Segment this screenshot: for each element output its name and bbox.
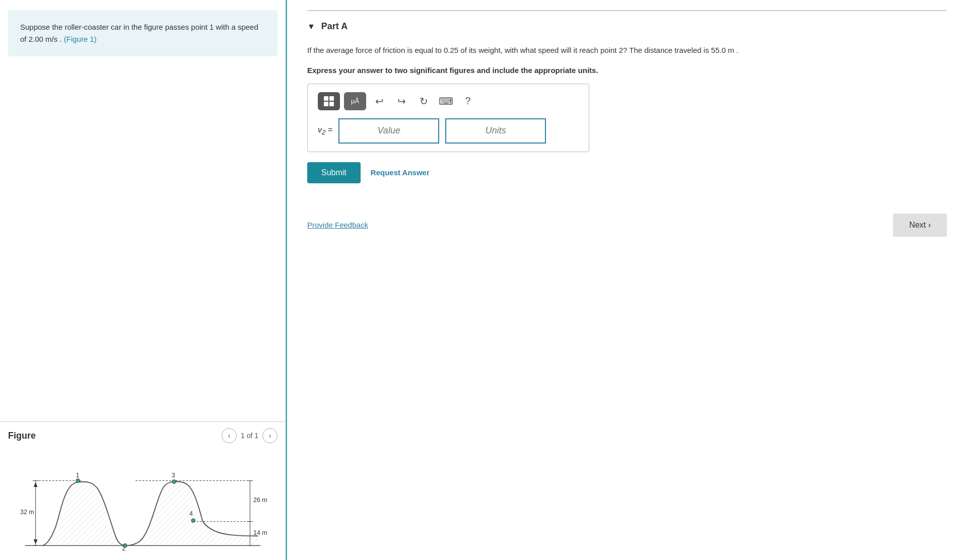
help-button[interactable]: ? (459, 92, 477, 110)
svg-text:1: 1 (76, 472, 80, 479)
question-instruction: Express your answer to two significant f… (307, 66, 947, 75)
undo-button[interactable]: ↩ (370, 92, 388, 110)
collapse-arrow-icon[interactable]: ▼ (307, 22, 315, 31)
figure-prev-button[interactable]: ‹ (222, 428, 237, 443)
figure-title: Figure (8, 431, 36, 441)
input-row: v2 = (318, 118, 579, 144)
top-divider (307, 10, 947, 11)
mu-angstrom-label: μÅ (351, 97, 359, 105)
variable-label: v2 = (318, 125, 332, 136)
svg-text:32 m: 32 m (20, 509, 34, 516)
grid-icon (324, 96, 334, 106)
next-button[interactable]: Next › (893, 214, 947, 237)
problem-statement-text: Suppose the roller-coaster car in the fi… (20, 23, 258, 43)
action-row: Submit Request Answer (307, 162, 947, 183)
refresh-icon: ↻ (420, 95, 428, 107)
right-panel: ▼ Part A If the average force of frictio… (287, 0, 967, 560)
svg-point-20 (123, 544, 127, 548)
help-icon: ? (465, 95, 470, 107)
svg-point-24 (191, 519, 195, 523)
svg-text:4: 4 (189, 510, 193, 517)
grid-matrix-button[interactable] (318, 92, 340, 110)
figure-count: 1 of 1 (241, 432, 258, 440)
svg-text:26 m: 26 m (253, 497, 267, 504)
toolbar: μÅ ↩ ↪ ↻ ⌨ ? (318, 92, 579, 110)
svg-text:3: 3 (172, 472, 175, 479)
svg-text:14 m: 14 m (253, 529, 267, 536)
figure-link[interactable]: (Figure 1) (64, 35, 97, 43)
figure-next-button[interactable]: › (262, 428, 278, 443)
keyboard-button[interactable]: ⌨ (437, 92, 455, 110)
part-label: Part A (321, 21, 348, 32)
figure-section: Figure ‹ 1 of 1 › 32 m (0, 422, 286, 560)
bottom-row: Provide Feedback Next › (307, 214, 947, 237)
keyboard-icon: ⌨ (439, 95, 453, 107)
problem-statement-box: Suppose the roller-coaster car in the fi… (8, 10, 278, 56)
left-panel: Suppose the roller-coaster car in the fi… (0, 0, 287, 560)
request-answer-link[interactable]: Request Answer (371, 168, 430, 177)
units-input[interactable] (445, 118, 546, 144)
figure-image-area: 32 m 26 m 14 m (0, 449, 286, 560)
svg-point-22 (172, 480, 176, 484)
provide-feedback-link[interactable]: Provide Feedback (307, 221, 368, 229)
redo-icon: ↪ (397, 95, 406, 107)
figure-nav: ‹ 1 of 1 › (222, 428, 278, 443)
undo-icon: ↩ (375, 95, 384, 107)
roller-coaster-figure: 32 m 26 m 14 m (8, 454, 278, 560)
submit-button[interactable]: Submit (307, 162, 361, 183)
mu-angstrom-button[interactable]: μÅ (344, 92, 366, 110)
figure-header: Figure ‹ 1 of 1 › (0, 422, 286, 449)
question-text: If the average force of friction is equa… (307, 44, 740, 57)
part-header: ▼ Part A (307, 21, 947, 32)
svg-marker-5 (34, 482, 38, 487)
svg-point-18 (76, 479, 80, 483)
refresh-button[interactable]: ↻ (415, 92, 433, 110)
answer-box: μÅ ↩ ↪ ↻ ⌨ ? v2 = (307, 84, 589, 152)
value-input[interactable] (338, 118, 439, 144)
svg-marker-6 (34, 539, 38, 544)
redo-button[interactable]: ↪ (392, 92, 410, 110)
